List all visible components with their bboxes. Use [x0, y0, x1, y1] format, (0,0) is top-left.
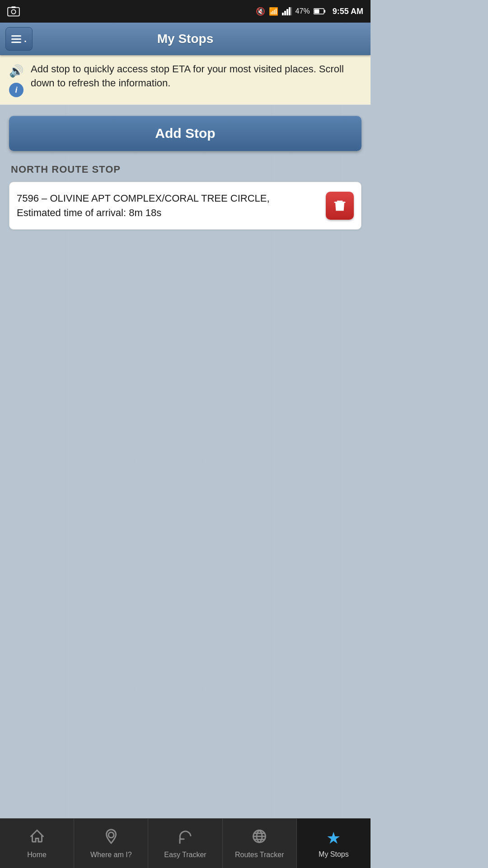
svg-rect-10	[314, 9, 319, 14]
nav-home[interactable]: Home	[0, 819, 74, 868]
mute-icon: 🔇	[256, 7, 265, 16]
home-icon	[29, 828, 45, 848]
nav-easy-tracker-label: Easy Tracker	[164, 851, 206, 859]
nav-routes-tracker[interactable]: Routes Tracker	[223, 819, 297, 868]
menu-dot: .	[24, 34, 27, 44]
main-content: Add Stop NORTH ROUTE STOP 7596 – OLIVINE…	[0, 105, 371, 818]
section-header-north-route: NORTH ROUTE STOP	[9, 164, 361, 175]
svg-rect-2	[11, 6, 15, 8]
nav-my-stops[interactable]: ★ My Stops	[297, 819, 371, 868]
delete-stop-button[interactable]	[326, 192, 354, 220]
banner-text: Add stop to quickly access stop ETA for …	[31, 62, 361, 90]
location-pin-icon	[103, 828, 119, 848]
wifi-icon: 📶	[269, 7, 278, 16]
nav-my-stops-label: My Stops	[319, 850, 349, 859]
info-circle-icon: i	[9, 83, 23, 97]
stop-info: 7596 – OLIVINE APT COMPLEX/CORAL TREE CI…	[17, 191, 319, 220]
refresh-icon	[177, 828, 193, 848]
svg-rect-6	[289, 7, 291, 15]
star-icon: ★	[326, 829, 341, 848]
svg-rect-7	[291, 7, 292, 15]
svg-rect-5	[286, 9, 288, 15]
page-title: My Stops	[157, 32, 213, 46]
status-icons: 🔇 📶 47% 9:55 AM	[256, 7, 363, 16]
status-time: 9:55 AM	[333, 7, 363, 16]
nav-easy-tracker[interactable]: Easy Tracker	[148, 819, 222, 868]
nav-where-label: Where am I?	[90, 851, 132, 859]
signal-icon	[282, 7, 292, 15]
stop-eta: Estimated time of arrival: 8m 18s	[17, 206, 319, 220]
svg-point-11	[108, 832, 114, 838]
battery-percentage: 47%	[296, 7, 310, 15]
add-stop-button[interactable]: Add Stop	[9, 116, 361, 151]
menu-button[interactable]: .	[5, 27, 33, 51]
globe-icon	[251, 828, 267, 848]
svg-point-1	[11, 9, 15, 14]
battery-icon	[314, 8, 325, 14]
nav-routes-label: Routes Tracker	[235, 851, 284, 859]
stop-card: 7596 – OLIVINE APT COMPLEX/CORAL TREE CI…	[9, 182, 361, 230]
svg-rect-3	[282, 13, 284, 15]
app-header: . My Stops	[0, 23, 371, 55]
speaker-icon: 🔊	[9, 64, 23, 78]
svg-rect-4	[284, 11, 286, 15]
nav-home-label: Home	[27, 851, 47, 859]
svg-rect-0	[8, 8, 19, 16]
info-banner: 🔊 i Add stop to quickly access stop ETA …	[0, 55, 371, 105]
hamburger-icon	[11, 35, 21, 43]
trash-icon	[333, 199, 347, 212]
bottom-navigation: Home Where am I? Easy Tracker	[0, 818, 371, 868]
photo-icon	[7, 5, 20, 20]
status-bar: 🔇 📶 47% 9:55 AM	[0, 0, 371, 23]
stop-description: 7596 – OLIVINE APT COMPLEX/CORAL TREE CI…	[17, 191, 319, 206]
banner-icons: 🔊 i	[9, 64, 23, 97]
nav-where-am-i[interactable]: Where am I?	[74, 819, 148, 868]
svg-rect-9	[324, 10, 325, 13]
